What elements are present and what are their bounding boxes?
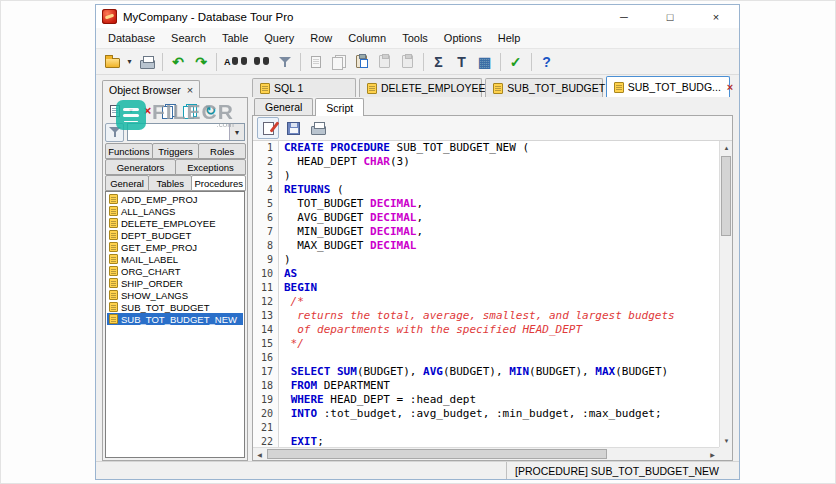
sidebar-tab-exceptions[interactable]: Exceptions — [175, 159, 246, 175]
filter-objects-button[interactable] — [105, 123, 124, 142]
list-item[interactable]: DEPT_BUDGET — [107, 229, 243, 241]
vertical-scroll-thumb[interactable] — [721, 156, 731, 236]
list-item[interactable]: SHIP_ORDER — [107, 277, 243, 289]
code-segment: BEGIN — [284, 281, 317, 294]
aggregate-button[interactable]: Σ — [428, 51, 450, 73]
line-number: 14 — [253, 323, 279, 337]
tab-script[interactable]: Script — [315, 98, 364, 116]
tab-general[interactable]: General — [254, 98, 313, 115]
menu-item-help[interactable]: Help — [490, 28, 529, 48]
sidebar-tab-triggers[interactable]: Triggers — [152, 143, 200, 159]
doc-tab-delete-employee[interactable]: DELETE_EMPLOYEE — [359, 78, 482, 97]
menu-item-table[interactable]: Table — [214, 28, 256, 48]
clear-clipboard-button[interactable] — [397, 51, 419, 73]
new-object-dropdown-button[interactable]: ▾ — [126, 101, 136, 120]
doc-tab-sql-1[interactable]: SQL 1 — [252, 78, 356, 97]
maximize-button[interactable]: □ — [647, 5, 693, 28]
menu-item-query[interactable]: Query — [256, 28, 302, 48]
sidebar-tab-roles[interactable]: Roles — [198, 143, 246, 159]
open-dropdown-button[interactable]: ▾ — [124, 51, 135, 73]
horizontal-scrollbar[interactable]: ◀ ▶ — [253, 447, 719, 460]
list-item[interactable]: ADD_EMP_PROJ — [107, 193, 243, 205]
minimize-button[interactable]: ─ — [601, 5, 647, 28]
new-object-button[interactable] — [105, 101, 124, 120]
code-line: 5 TOT_BUDGET DECIMAL, — [253, 197, 719, 211]
code-segment: :tot_budget, :avg_budget, :min_budget, :… — [317, 407, 661, 420]
code-text: CREATE PROCEDURE SUB_TOT_BUDGET_NEW ( — [279, 141, 529, 155]
open-button[interactable] — [101, 51, 123, 73]
vertical-scrollbar[interactable]: ▲ ▼ — [719, 141, 732, 447]
menu-item-tools[interactable]: Tools — [394, 28, 436, 48]
menu-item-options[interactable]: Options — [436, 28, 490, 48]
sidebar-tab-procedures[interactable]: Procedures — [191, 175, 246, 191]
sidebar-tab-tables[interactable]: Tables — [148, 175, 192, 191]
code-line: 22 EXIT; — [253, 435, 719, 447]
code-segment: RETURNS — [284, 183, 330, 196]
grid-view-button[interactable]: ▦ — [474, 51, 496, 73]
scroll-right-icon[interactable]: ▶ — [706, 448, 719, 461]
line-number: 3 — [253, 169, 279, 183]
horizontal-scroll-thumb[interactable] — [267, 449, 607, 459]
close-button[interactable]: × — [693, 5, 739, 28]
doc-tab-label: DELETE_EMPLOYEE — [381, 82, 485, 94]
sidebar-tab-generators[interactable]: Generators — [105, 159, 176, 175]
script-object-button[interactable] — [180, 101, 199, 120]
sql-editor[interactable]: 1CREATE PROCEDURE SUB_TOT_BUDGET_NEW (2 … — [253, 141, 719, 447]
sidebar-tab-functions[interactable]: Functions — [105, 143, 153, 159]
combobox-dropdown-icon[interactable]: ▾ — [229, 124, 244, 140]
delete-object-button[interactable]: × — [138, 101, 157, 120]
list-item[interactable]: SUB_TOT_BUDGET — [107, 301, 243, 313]
undo-button[interactable]: ↶ — [167, 51, 189, 73]
list-item[interactable]: SUB_TOT_BUDGET_NEW — [107, 313, 243, 325]
list-item[interactable]: MAIL_LABEL — [107, 253, 243, 265]
copy-object-button[interactable] — [159, 101, 178, 120]
object-browser-close-icon[interactable]: × — [187, 84, 193, 96]
object-browser-title: Object Browser — [109, 84, 181, 96]
filter-records-button[interactable] — [274, 51, 296, 73]
menu-item-row[interactable]: Row — [302, 28, 340, 48]
text-view-button[interactable]: T — [451, 51, 473, 73]
list-item[interactable]: GET_EMP_PROJ — [107, 241, 243, 253]
code-line: 7 MIN_BUDGET DECIMAL, — [253, 225, 719, 239]
menu-item-column[interactable]: Column — [340, 28, 394, 48]
clipboard-button[interactable] — [374, 51, 396, 73]
code-text: ) — [279, 253, 291, 267]
code-segment: DECIMAL — [370, 211, 416, 224]
refresh-button[interactable]: ↻ — [201, 101, 220, 120]
edit-script-button[interactable] — [257, 117, 279, 139]
scroll-down-icon[interactable]: ▼ — [720, 434, 733, 447]
doc-tab-sub-tot-budg-[interactable]: SUB_TOT_BUDG...× — [606, 76, 730, 97]
print-script-button[interactable] — [307, 117, 329, 139]
sidebar-tab-general[interactable]: General — [105, 175, 149, 191]
menu-item-database[interactable]: Database — [100, 28, 163, 48]
save-script-button[interactable] — [282, 117, 304, 139]
paste-button[interactable] — [351, 51, 373, 73]
editor-wrap: 1CREATE PROCEDURE SUB_TOT_BUDGET_NEW (2 … — [253, 141, 732, 460]
print-button[interactable] — [136, 51, 158, 73]
copy-button[interactable] — [328, 51, 350, 73]
procedure-icon — [109, 218, 118, 228]
tab-close-icon[interactable]: × — [727, 81, 733, 93]
code-segment — [284, 435, 291, 447]
document-icon — [260, 83, 270, 94]
redo-button[interactable]: ↷ — [190, 51, 212, 73]
export-button[interactable] — [305, 51, 327, 73]
find-text-button[interactable]: A — [221, 51, 250, 73]
object-browser-tab[interactable]: Object Browser × — [102, 80, 200, 98]
list-item[interactable]: ALL_LANGS — [107, 205, 243, 217]
list-item-label: SHOW_LANGS — [121, 290, 188, 301]
line-number: 6 — [253, 211, 279, 225]
list-item[interactable]: ORG_CHART — [107, 265, 243, 277]
list-item[interactable]: DELETE_EMPLOYEE — [107, 217, 243, 229]
check-database-button[interactable]: ✓ — [505, 51, 527, 73]
scroll-up-icon[interactable]: ▲ — [720, 141, 733, 154]
scroll-left-icon[interactable]: ◀ — [253, 448, 266, 461]
doc-tab-sub-tot-budget[interactable]: SUB_TOT_BUDGET — [485, 78, 602, 97]
object-filter-combobox[interactable]: ▾ — [127, 123, 245, 141]
find-again-button[interactable] — [251, 51, 273, 73]
list-item[interactable]: SHOW_LANGS — [107, 289, 243, 301]
procedure-icon — [109, 290, 118, 300]
help-button[interactable]: ? — [536, 51, 558, 73]
code-segment: HEAD_DEPT — [284, 155, 363, 168]
menu-item-search[interactable]: Search — [163, 28, 214, 48]
